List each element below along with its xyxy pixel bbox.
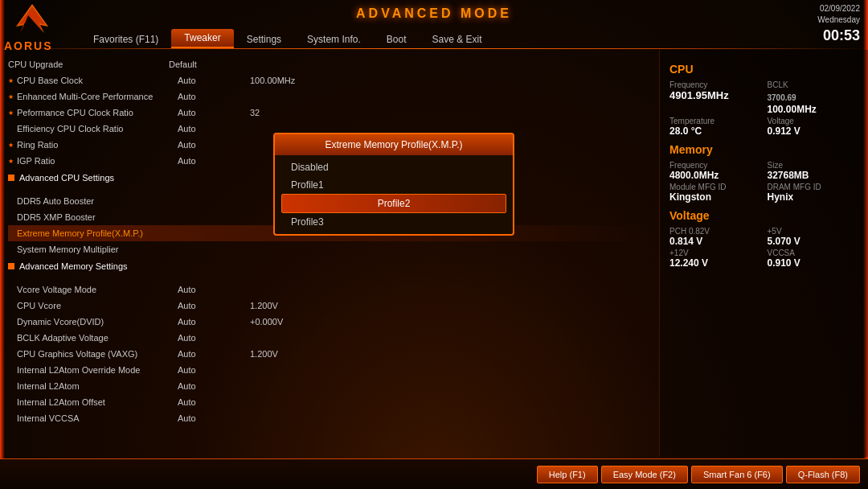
cpu-info-grid: Frequency 4901.95MHz BCLK 3700.69 100.00… bbox=[669, 80, 858, 137]
setting-value: Auto bbox=[178, 92, 242, 101]
date-display: 02/09/2022 Wednesday bbox=[817, 3, 860, 26]
star-icon: ★ bbox=[8, 158, 14, 165]
setting-l2atom-mode[interactable]: ★ Internal L2Atom Override Mode Auto bbox=[8, 362, 651, 378]
tab-tweaker[interactable]: Tweaker bbox=[171, 29, 233, 48]
setting-l2atom-offset[interactable]: ★ Internal L2Atom Offset Auto bbox=[8, 394, 651, 410]
setting-value: Auto bbox=[178, 285, 242, 294]
cpu-freq-label-cell: Frequency 4901.95MHz bbox=[669, 80, 761, 115]
tab-favorites[interactable]: Favorites (F11) bbox=[80, 31, 171, 48]
setting-value: Auto bbox=[178, 124, 242, 134]
setting-label: System Memory Multiplier bbox=[17, 244, 178, 254]
star-icon: ★ bbox=[8, 142, 14, 149]
mem-dram-label: DRAM MFG ID bbox=[768, 183, 859, 191]
volt-vccsa-value: 0.910 V bbox=[768, 257, 859, 269]
setting-cpu-base-clock[interactable]: ★ CPU Base Clock Auto 100.00MHz bbox=[8, 72, 651, 88]
dropdown-item-disabled[interactable]: Disabled bbox=[275, 158, 513, 176]
setting-label: Internal L2Atom Offset bbox=[17, 397, 178, 407]
volt-12v-label: +12V bbox=[669, 249, 761, 257]
setting-label: IGP Ratio bbox=[17, 156, 178, 166]
mem-size-label: Size bbox=[768, 161, 859, 170]
section-advanced-memory[interactable]: Advanced Memory Settings bbox=[8, 257, 651, 275]
dropdown-item-profile1[interactable]: Profile1 bbox=[275, 176, 513, 194]
dropdown-item-profile2[interactable]: Profile2 bbox=[281, 194, 506, 213]
dropdown-item-profile3[interactable]: Profile3 bbox=[275, 213, 513, 231]
dropdown-title: Extreme Memory Profile(X.M.P.) bbox=[275, 134, 513, 155]
volt-vccsa-label: VCCSA bbox=[768, 249, 859, 257]
setting-value: Auto bbox=[178, 349, 242, 359]
volt-5v-label: +5V bbox=[768, 227, 859, 236]
info-panel: CPU Frequency 4901.95MHz BCLK 3700.69 10… bbox=[659, 50, 868, 457]
setting-label: CPU Base Clock bbox=[17, 76, 178, 85]
mem-size-value: 32768MB bbox=[768, 170, 859, 181]
nav-divider bbox=[0, 48, 868, 49]
cpu-temp-cell: Temperature 28.0 °C bbox=[669, 117, 761, 137]
setting-cpu-upgrade[interactable]: CPU Upgrade Default bbox=[8, 56, 651, 72]
star-icon: ★ bbox=[8, 109, 14, 117]
cpu-temp-value: 28.0 °C bbox=[669, 125, 761, 137]
setting-value: Auto bbox=[178, 301, 242, 310]
main-content: CPU Upgrade Default ★ CPU Base Clock Aut… bbox=[0, 50, 868, 457]
settings-panel: CPU Upgrade Default ★ CPU Base Clock Aut… bbox=[0, 50, 659, 457]
setting-value: Auto bbox=[178, 397, 242, 407]
page-title: ADVANCED MODE bbox=[356, 6, 512, 21]
help-button[interactable]: Help (F1) bbox=[537, 466, 598, 483]
setting-label: Peformance CPU Clock Ratio bbox=[17, 108, 178, 117]
setting-system-memory-multi[interactable]: ★ System Memory Multiplier bbox=[8, 241, 651, 257]
tab-save-exit[interactable]: Save & Exit bbox=[419, 31, 494, 48]
setting-perf-clock-ratio[interactable]: ★ Peformance CPU Clock Ratio Auto 32 bbox=[8, 105, 651, 121]
setting-label: Vcore Voltage Mode bbox=[17, 285, 178, 294]
dropdown-items: Disabled Profile1 Profile2 Profile3 bbox=[275, 155, 513, 234]
setting-l2atom[interactable]: ★ Internal L2Atom Auto bbox=[8, 378, 651, 394]
setting-label: Ring Ratio bbox=[17, 140, 178, 150]
section-dot-icon bbox=[8, 175, 14, 181]
setting-vcore-mode[interactable]: ★ Vcore Voltage Mode Auto bbox=[8, 281, 651, 298]
setting-label: Extreme Memory Profile(X.M.P.) bbox=[17, 228, 178, 238]
volt-5v-cell: +5V 5.070 V bbox=[768, 227, 859, 247]
setting-label: Dynamic Vcore(DVID) bbox=[17, 317, 178, 327]
voltage-info-grid: PCH 0.82V 0.814 V +5V 5.070 V +12V 12.24… bbox=[669, 227, 858, 269]
mem-freq-value: 4800.0MHz bbox=[669, 170, 761, 181]
volt-pch-label: PCH 0.82V bbox=[669, 227, 761, 236]
qflash-button[interactable]: Q-Flash (F8) bbox=[786, 466, 860, 483]
cpu-bclk-value: 100.00MHz bbox=[768, 104, 859, 115]
cpu-bclk-cell: BCLK 3700.69 100.00MHz bbox=[768, 80, 859, 115]
cpu-freq-label: Frequency bbox=[669, 80, 761, 89]
setting-value2: 1.200V bbox=[250, 301, 278, 310]
setting-label: BCLK Adaptive Voltage bbox=[17, 333, 178, 343]
section-label: Advanced CPU Settings bbox=[19, 173, 180, 183]
easy-mode-button[interactable]: Easy Mode (F2) bbox=[601, 466, 688, 483]
setting-cpu-graphics-voltage[interactable]: ★ CPU Graphics Voltage (VAXG) Auto 1.200… bbox=[8, 346, 651, 362]
smart-fan-button[interactable]: Smart Fan 6 (F6) bbox=[691, 466, 783, 483]
setting-enhanced-multi[interactable]: ★ Enhanced Multi-Core Performance Auto bbox=[8, 88, 651, 105]
memory-section-title: Memory bbox=[669, 143, 858, 156]
setting-label: CPU Graphics Voltage (VAXG) bbox=[17, 349, 178, 359]
memory-info-grid: Frequency 4800.0MHz Size 32768MB Module … bbox=[669, 161, 858, 203]
cpu-temp-label: Temperature bbox=[669, 117, 761, 125]
tab-settings[interactable]: Settings bbox=[234, 31, 294, 48]
section-dot-icon bbox=[8, 263, 14, 269]
setting-value2: 1.200V bbox=[250, 349, 278, 359]
header: ADVANCED MODE 02/09/2022 Wednesday 00:53 bbox=[0, 0, 868, 24]
voltage-section-title: Voltage bbox=[669, 209, 858, 222]
setting-internal-vccsa[interactable]: ★ Internal VCCSA Auto bbox=[8, 410, 651, 426]
tab-boot[interactable]: Boot bbox=[374, 31, 420, 48]
volt-pch-value: 0.814 V bbox=[669, 236, 761, 247]
setting-label: Internal L2Atom Override Mode bbox=[17, 365, 178, 375]
setting-label: Internal L2Atom bbox=[17, 381, 178, 391]
volt-vccsa-cell: VCCSA 0.910 V bbox=[768, 249, 859, 269]
xmp-dropdown[interactable]: Extreme Memory Profile(X.M.P.) Disabled … bbox=[273, 133, 514, 236]
setting-value2: 100.00MHz bbox=[250, 76, 295, 85]
volt-5v-value: 5.070 V bbox=[768, 236, 859, 247]
setting-dynamic-vcore[interactable]: ★ Dynamic Vcore(DVID) Auto +0.000V bbox=[8, 314, 651, 330]
setting-label: Enhanced Multi-Core Performance bbox=[17, 92, 178, 101]
setting-bclk-adaptive[interactable]: ★ BCLK Adaptive Voltage Auto bbox=[8, 330, 651, 346]
volt-12v-cell: +12V 12.240 V bbox=[669, 249, 761, 269]
spacer bbox=[8, 275, 651, 281]
setting-cpu-vcore[interactable]: ★ CPU Vcore Auto 1.200V bbox=[8, 298, 651, 314]
setting-value: Auto bbox=[178, 140, 242, 150]
setting-value2: 32 bbox=[250, 108, 260, 117]
volt-pch-cell: PCH 0.82V 0.814 V bbox=[669, 227, 761, 247]
tab-system-info[interactable]: System Info. bbox=[294, 31, 374, 48]
setting-value: Auto bbox=[178, 76, 242, 85]
setting-label: DDR5 Auto Booster bbox=[17, 196, 178, 206]
